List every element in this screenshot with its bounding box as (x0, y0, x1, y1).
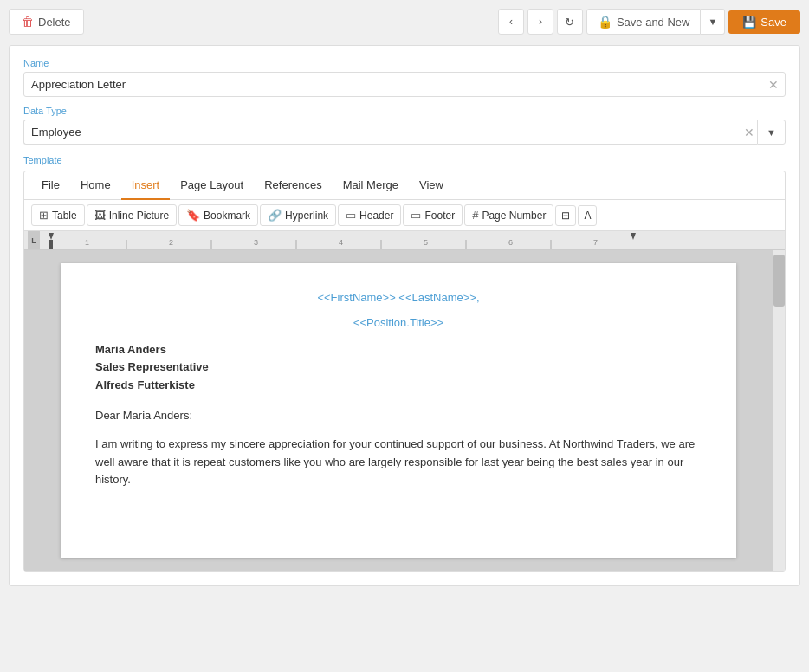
refresh-icon: ↻ (565, 16, 574, 29)
hyperlink-label: Hyperlink (285, 210, 328, 222)
name-field-wrap: ✕ (23, 72, 786, 97)
next-button[interactable]: › (527, 9, 553, 35)
page-number-button[interactable]: # Page Number (464, 204, 553, 226)
save-new-group: 🔒 Save and New ▼ (586, 9, 725, 35)
svg-text:3: 3 (254, 238, 258, 247)
editor-scrollbar[interactable] (773, 250, 785, 571)
svg-text:4: 4 (339, 238, 343, 247)
ruler-ticks: 1 2 3 4 5 6 7 (42, 231, 781, 249)
save-label: Save (760, 16, 786, 29)
footer-button[interactable]: ▭ Footer (403, 204, 463, 226)
svg-text:5: 5 (424, 238, 428, 247)
ruler: L 1 2 3 4 5 6 (24, 231, 785, 250)
data-type-label: Data Type (23, 106, 786, 116)
bookmark-label: Bookmark (204, 210, 250, 222)
salutation: Dear Maria Anders: (95, 407, 702, 425)
scrollbar-thumb[interactable] (773, 255, 785, 307)
merge-address-line1: <<FirstName>> <<LastName>>, (95, 289, 702, 307)
data-type-field-wrap: ✕ ▼ (23, 120, 786, 145)
name-clear-icon[interactable]: ✕ (768, 78, 779, 92)
save-new-button[interactable]: 🔒 Save and New (586, 9, 702, 35)
header-icon: ▭ (346, 209, 356, 222)
tab-view[interactable]: View (409, 171, 454, 200)
address-company: Alfreds Futterkiste (95, 377, 702, 395)
save-new-icon: 🔒 (598, 15, 612, 29)
page-number-icon: # (472, 209, 478, 222)
name-label: Name (23, 58, 786, 68)
merge-firstname-lastname: <<FirstName>> <<LastName>>, (317, 291, 479, 304)
tab-file[interactable]: File (31, 171, 70, 200)
address-block: Maria Anders Sales Representative Alfred… (95, 341, 702, 395)
extra-icon-1: ⊟ (561, 210, 570, 222)
form-card: Name ✕ Data Type ✕ ▼ Template File Home … (9, 45, 800, 586)
editor-container: File Home Insert Page Layout References … (23, 171, 786, 572)
hyperlink-button[interactable]: 🔗 Hyperlink (260, 204, 336, 226)
toolbar-right: ‹ › ↻ 🔒 Save and New ▼ 💾 Save (498, 9, 800, 35)
merge-position-title: <<Position.Title>> (353, 316, 443, 329)
doc-page[interactable]: <<FirstName>> <<LastName>>, <<Position.T… (61, 263, 736, 558)
prev-icon: ‹ (509, 16, 513, 28)
toolbar-row: 🗑 Delete ‹ › ↻ 🔒 Save and New ▼ (9, 9, 800, 35)
save-new-dropdown[interactable]: ▼ (701, 9, 725, 35)
header-button[interactable]: ▭ Header (338, 204, 401, 226)
body-text: I am writing to express my sincere appre… (95, 436, 702, 489)
svg-text:2: 2 (169, 238, 173, 247)
tab-page-layout[interactable]: Page Layout (170, 171, 254, 200)
template-label: Template (23, 155, 786, 165)
prev-button[interactable]: ‹ (498, 9, 524, 35)
delete-icon: 🗑 (22, 15, 34, 29)
chevron-down-icon: ▼ (767, 127, 776, 138)
editor-toolbar: ⊞ Table 🖼 Inline Picture 🔖 Bookmark 🔗 Hy… (24, 200, 785, 231)
editor-scroll[interactable]: <<FirstName>> <<LastName>>, <<Position.T… (24, 250, 773, 571)
save-button[interactable]: 💾 Save (728, 10, 800, 34)
page-container: 🗑 Delete ‹ › ↻ 🔒 Save and New ▼ (0, 0, 809, 672)
save-new-label: Save and New (617, 16, 690, 29)
merge-address-line2: <<Position.Title>> (95, 314, 702, 333)
data-type-input[interactable] (23, 120, 757, 145)
hyperlink-icon: 🔗 (268, 209, 282, 222)
svg-text:7: 7 (593, 238, 598, 247)
extra-btn-1[interactable]: ⊟ (555, 205, 576, 226)
delete-button[interactable]: 🗑 Delete (9, 9, 84, 35)
data-type-clear-icon[interactable]: ✕ (744, 126, 754, 139)
tab-references[interactable]: References (254, 171, 332, 200)
body-paragraph: I am writing to express my sincere appre… (95, 436, 702, 489)
editor-body-wrap: <<FirstName>> <<LastName>>, <<Position.T… (24, 250, 785, 571)
address-title: Sales Representative (95, 359, 702, 377)
header-label: Header (359, 210, 393, 222)
svg-text:1: 1 (85, 238, 89, 247)
data-type-dropdown[interactable]: ▼ (757, 120, 786, 145)
extra-btn-2[interactable]: A (578, 205, 597, 226)
tab-mail-merge[interactable]: Mail Merge (333, 171, 409, 200)
inline-picture-icon: 🖼 (94, 209, 106, 222)
svg-marker-16 (631, 233, 636, 240)
table-icon: ⊞ (39, 209, 49, 222)
extra-icon-2: A (584, 210, 591, 222)
bookmark-button[interactable]: 🔖 Bookmark (178, 204, 258, 226)
table-label: Table (52, 210, 77, 222)
ruler-l-marker: L (28, 231, 40, 250)
next-icon: › (539, 16, 542, 28)
save-icon: 💾 (742, 16, 756, 29)
inline-picture-label: Inline Picture (109, 210, 169, 222)
address-name: Maria Anders (95, 341, 702, 359)
footer-icon: ▭ (411, 209, 421, 222)
page-number-label: Page Number (482, 210, 546, 222)
svg-text:6: 6 (508, 238, 513, 247)
footer-label: Footer (424, 210, 455, 222)
svg-rect-15 (49, 240, 53, 249)
svg-marker-14 (49, 233, 54, 240)
editor-tabs: File Home Insert Page Layout References … (24, 171, 785, 200)
delete-label: Delete (38, 16, 71, 29)
table-button[interactable]: ⊞ Table (31, 204, 85, 226)
bookmark-icon: 🔖 (186, 209, 200, 222)
refresh-button[interactable]: ↻ (557, 9, 583, 35)
dropdown-icon: ▼ (708, 16, 717, 27)
tab-insert[interactable]: Insert (121, 171, 171, 200)
name-input[interactable] (23, 72, 786, 97)
inline-picture-button[interactable]: 🖼 Inline Picture (87, 204, 177, 226)
tab-home[interactable]: Home (70, 171, 121, 200)
